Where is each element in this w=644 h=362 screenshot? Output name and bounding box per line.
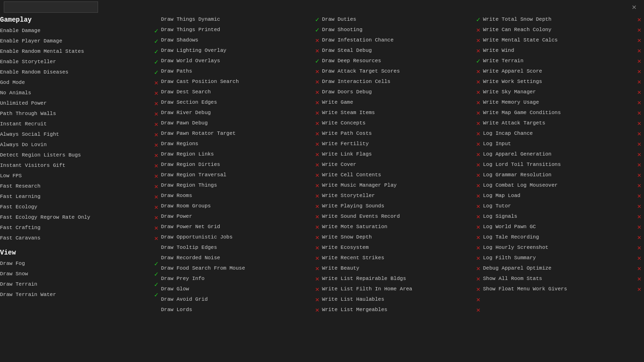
item-row[interactable]: Low FPS✕ (0, 171, 161, 181)
item-row[interactable]: Draw Steal Debug✕ (322, 45, 483, 56)
item-row[interactable]: Draw Shadows✕ (161, 35, 322, 45)
item-row[interactable]: Write Beauty✕ (322, 263, 483, 273)
item-row[interactable]: Draw Lighting Overlay✕ (161, 45, 322, 56)
item-row[interactable]: Fast Ecology✕ (0, 202, 161, 212)
item-row[interactable]: Enable Damage✓ (0, 25, 161, 36)
item-row[interactable]: Write Terrain✕ (483, 56, 644, 66)
item-row[interactable]: Write Snow Depth✕ (322, 232, 483, 242)
item-row[interactable]: Draw Things Printed✓ (161, 25, 322, 35)
item-row[interactable]: Draw Recorded Noise✕ (161, 253, 322, 263)
item-row[interactable]: Write Sound Events Record✕ (322, 211, 483, 222)
item-row[interactable]: Draw Pawn Rotator Target✕ (161, 128, 322, 139)
item-row[interactable]: Enable Random Diseases✓ (0, 67, 161, 77)
item-row[interactable]: Enable Random Mental States✓ (0, 46, 161, 57)
item-row[interactable]: Debug Apparel Optimize✕ (483, 263, 644, 273)
item-row[interactable]: Draw Food Search From Mouse✕ (161, 263, 322, 273)
item-row[interactable]: Draw Paths✕ (161, 66, 322, 76)
item-row[interactable]: Draw Interaction Cells✕ (322, 76, 483, 87)
item-row[interactable]: Write Can Reach Colony✕ (483, 25, 644, 35)
item-row[interactable]: Log Hourly Screenshot✕ (483, 242, 644, 253)
item-row[interactable]: Write Concepts✕ (322, 118, 483, 128)
item-row[interactable]: Draw Power✕ (161, 211, 322, 222)
item-row[interactable]: Draw Avoid Grid✕ (161, 294, 322, 304)
item-row[interactable]: Log World Pawn GC✕ (483, 222, 644, 232)
item-row[interactable]: Write Mental State Calcs✕ (483, 35, 644, 45)
item-row[interactable]: Log Lord Toil Transitions✕ (483, 159, 644, 170)
close-button[interactable]: ✕ (628, 1, 640, 13)
item-row[interactable]: Path Through Walls✕ (0, 108, 161, 119)
item-row[interactable]: Draw Dest Search✕ (161, 87, 322, 97)
item-row[interactable]: Log Signals✕ (483, 211, 644, 222)
item-row[interactable]: Draw Cast Position Search✕ (161, 76, 322, 87)
item-row[interactable]: Draw Infestation Chance✕ (322, 35, 483, 45)
item-row[interactable]: Write Work Settings✕ (483, 76, 644, 87)
item-row[interactable]: Write Map Game Conditions✕ (483, 107, 644, 118)
item-row[interactable]: Write Apparel Score✕ (483, 66, 644, 76)
item-row[interactable]: Write Path Costs✕ (322, 128, 483, 139)
item-row[interactable]: Fast Caravans✕ (0, 233, 161, 243)
item-row[interactable]: Log Map Load✕ (483, 190, 644, 201)
item-row[interactable]: Draw Things Dynamic✓ (161, 14, 322, 25)
item-row[interactable]: Draw Prey Info✕ (161, 273, 322, 284)
item-row[interactable]: Write Total Snow Depth✕ (483, 14, 644, 25)
item-row[interactable]: Draw Room Groups✕ (161, 201, 322, 211)
item-row[interactable]: Write Wind✕ (483, 45, 644, 56)
item-row[interactable]: Instant Recruit✕ (0, 119, 161, 129)
item-row[interactable]: Draw Region Traversal✕ (161, 170, 322, 180)
item-row[interactable]: Write Link Flags✕ (322, 149, 483, 159)
item-row[interactable]: Draw Section Edges✕ (161, 97, 322, 107)
search-input[interactable] (4, 1, 98, 13)
item-row[interactable]: Write List Haulables✕ (322, 294, 483, 304)
item-row[interactable]: Draw Glow✕ (161, 284, 322, 294)
item-row[interactable]: Draw Deep Resources✓ (322, 56, 483, 66)
item-row[interactable]: Write Playing Sounds✕ (322, 201, 483, 211)
item-row[interactable]: Draw Lords✕ (161, 304, 322, 315)
item-row[interactable]: Draw Fog✓ (0, 258, 161, 269)
item-row[interactable]: Log Apparel Generation✕ (483, 149, 644, 159)
item-row[interactable]: Write Mote Saturation✕ (322, 222, 483, 232)
item-row[interactable]: Draw Tooltip Edges✕ (161, 242, 322, 253)
item-row[interactable]: Draw Regions✕ (161, 139, 322, 149)
item-row[interactable]: Draw Terrain✓ (0, 279, 161, 289)
item-row[interactable]: Write Game✕ (322, 97, 483, 107)
item-row[interactable]: Draw Rooms✕ (161, 190, 322, 201)
item-row[interactable]: Draw Power Net Grid✕ (161, 222, 322, 232)
item-row[interactable]: Write Steam Items✕ (322, 107, 483, 118)
item-row[interactable]: Write Ecosystem✕ (322, 242, 483, 253)
item-row[interactable]: Draw Region Dirties✕ (161, 159, 322, 170)
item-row[interactable]: Log Tale Recording✕ (483, 232, 644, 242)
item-row[interactable]: Unlimited Power✕ (0, 98, 161, 108)
item-row[interactable]: Always Social Fight✕ (0, 129, 161, 140)
item-row[interactable]: Fast Ecology Regrow Rate Only✕ (0, 212, 161, 222)
item-row[interactable]: Write List Mergeables✕ (322, 304, 483, 315)
item-row[interactable]: Draw River Debug✕ (161, 107, 322, 118)
item-row[interactable]: Write Sky Manager✕ (483, 87, 644, 97)
item-row[interactable]: Enable Storyteller✓ (0, 57, 161, 67)
item-row[interactable]: Draw Snow✓ (0, 269, 161, 279)
item-row[interactable]: Write List Filth In Home Area✕ (322, 284, 483, 294)
item-row[interactable]: Draw Opportunistic Jobs✕ (161, 232, 322, 242)
item-row[interactable]: Log Input✕ (483, 139, 644, 149)
item-row[interactable]: Draw Shooting✕ (322, 25, 483, 35)
item-row[interactable]: Log Filth Summary✕ (483, 253, 644, 263)
item-row[interactable]: Draw Duties✓ (322, 14, 483, 25)
item-row[interactable]: Fast Learning✕ (0, 191, 161, 202)
item-row[interactable]: Show All Room Stats✕ (483, 273, 644, 284)
item-row[interactable]: Draw Doors Debug✕ (322, 87, 483, 97)
item-row[interactable]: Log Combat Log Mouseover✕ (483, 180, 644, 190)
item-row[interactable]: Draw Region Things✕ (161, 180, 322, 190)
item-row[interactable]: Write Storyteller✕ (322, 190, 483, 201)
item-row[interactable]: Write Fertility✕ (322, 139, 483, 149)
item-row[interactable]: Draw World Overlays✓ (161, 56, 322, 66)
item-row[interactable]: Write Memory Usage✕ (483, 97, 644, 107)
item-row[interactable]: Show Float Menu Work Givers✕ (483, 284, 644, 294)
item-row[interactable]: Always Do Lovin✕ (0, 140, 161, 150)
item-row[interactable]: Draw Attack Target Scores✕ (322, 66, 483, 76)
item-row[interactable]: Instant Visitors Gift✕ (0, 160, 161, 171)
item-row[interactable]: Log Tutor✕ (483, 201, 644, 211)
item-row[interactable]: Draw Region Links✕ (161, 149, 322, 159)
item-row[interactable]: Draw Pawn Debug✕ (161, 118, 322, 128)
item-row[interactable]: Detect Region Listers Bugs✕ (0, 150, 161, 160)
item-row[interactable]: Log Incap Chance✕ (483, 128, 644, 139)
item-row[interactable]: Write List Repairable Bldgs✕ (322, 273, 483, 284)
